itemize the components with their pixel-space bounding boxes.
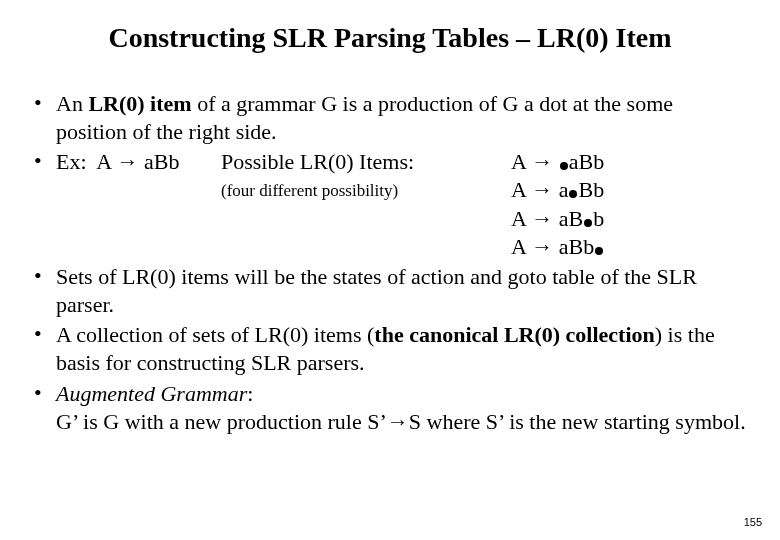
dot-icon <box>584 219 592 227</box>
bullet-5: • Augmented Grammar: G’ is G with a new … <box>32 380 748 436</box>
b5-post: S where S’ is the new starting symbol. <box>409 409 746 434</box>
dot-icon <box>595 247 603 255</box>
i2-lhs: A <box>511 177 531 202</box>
bullet-1-body: An LR(0) item of a grammar G is a produc… <box>56 90 748 146</box>
note-text: (four different possibility) <box>221 176 511 260</box>
bullet-marker: • <box>32 148 56 261</box>
bullet-marker: • <box>32 380 56 436</box>
bullet-2: • Ex: A → aBb Possible LR(0) Items: A → … <box>32 148 748 261</box>
lr0-items-rest: A → aBb A → aBb A → aBb <box>511 176 604 260</box>
ex-label: Ex: <box>56 149 87 174</box>
i3-s1: aB <box>559 206 583 231</box>
possible-label: Possible LR(0) Items: <box>221 148 511 176</box>
bullet-1: • An LR(0) item of a grammar G is a prod… <box>32 90 748 146</box>
i1-lhs: A <box>511 149 531 174</box>
b5-pre: G’ is G with a new production rule S’ <box>56 409 387 434</box>
slide-title: Constructing SLR Parsing Tables – LR(0) … <box>32 22 748 54</box>
arrow-icon: → <box>387 409 409 434</box>
b5-colon: : <box>247 381 253 406</box>
arrow-icon: → <box>531 177 553 202</box>
bullet-list: • An LR(0) item of a grammar G is a prod… <box>32 90 748 436</box>
bullet-2-body: Ex: A → aBb Possible LR(0) Items: A → aB… <box>56 148 748 261</box>
bullet-marker: • <box>32 321 56 377</box>
b4-pre: A collection of sets of LR(0) items ( <box>56 322 374 347</box>
dot-icon <box>560 162 568 170</box>
ex-prod-rhs: aBb <box>139 149 180 174</box>
lr0-item-2: A → aBb <box>511 176 604 204</box>
b1-term: LR(0) item <box>88 91 191 116</box>
arrow-icon: → <box>531 149 553 174</box>
b4-term: the canonical LR(0) collection <box>374 322 654 347</box>
bullet-marker: • <box>32 263 56 319</box>
i1-s2: aBb <box>569 149 604 174</box>
i4-s1: aBb <box>559 234 594 259</box>
arrow-icon: → <box>117 149 139 174</box>
bullet-4-body: A collection of sets of LR(0) items (the… <box>56 321 748 377</box>
i2-s2: Bb <box>578 177 604 202</box>
lr0-item-4: A → aBb <box>511 233 604 261</box>
bullet-3: • Sets of LR(0) items will be the states… <box>32 263 748 319</box>
lr0-item-1: A → aBb <box>511 148 604 176</box>
i3-lhs: A <box>511 206 531 231</box>
bullet-marker: • <box>32 90 56 146</box>
ex-prod-lhs: A <box>96 149 116 174</box>
i3-s2: b <box>593 206 604 231</box>
bullet-3-body: Sets of LR(0) items will be the states o… <box>56 263 748 319</box>
i2-s1: a <box>559 177 569 202</box>
arrow-icon: → <box>531 234 553 259</box>
b1-pre: An <box>56 91 88 116</box>
i4-lhs: A <box>511 234 531 259</box>
b5-head: Augmented Grammar <box>56 381 247 406</box>
page-number: 155 <box>744 516 762 528</box>
bullet-5-body: Augmented Grammar: G’ is G with a new pr… <box>56 380 748 436</box>
dot-icon <box>569 190 577 198</box>
lr0-items: A → aBb <box>511 148 604 176</box>
arrow-icon: → <box>531 206 553 231</box>
lr0-item-3: A → aBb <box>511 205 604 233</box>
bullet-4: • A collection of sets of LR(0) items (t… <box>32 321 748 377</box>
